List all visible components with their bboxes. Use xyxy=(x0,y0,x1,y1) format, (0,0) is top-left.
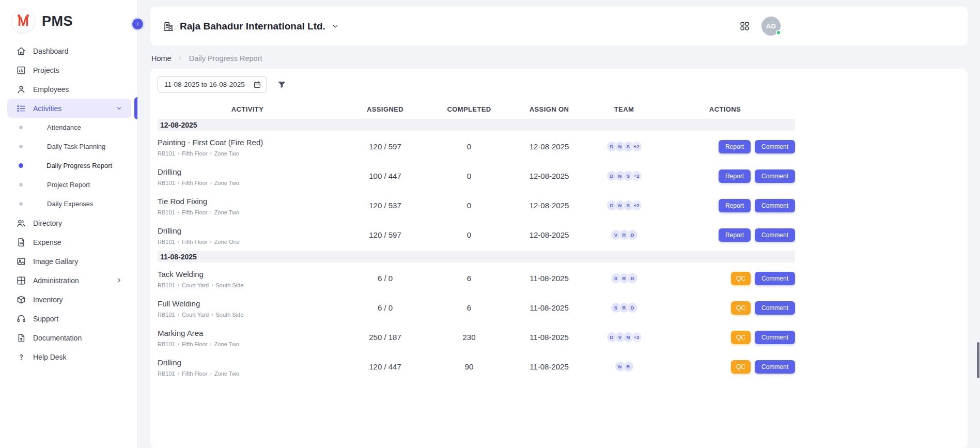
assign-on-cell: 11-08-2025 xyxy=(505,333,593,342)
sidebar-item-support[interactable]: Support xyxy=(7,309,131,328)
assigned-cell: 100 / 447 xyxy=(337,172,433,180)
chevron-right-icon xyxy=(115,276,123,284)
report-button[interactable]: Report xyxy=(719,199,751,212)
actions-cell: QCComment xyxy=(655,360,795,374)
sidebar-item-label: Image Gallary xyxy=(33,257,126,266)
page-scrollbar[interactable] xyxy=(977,0,979,448)
date-range-input[interactable] xyxy=(163,80,250,89)
qc-button[interactable]: QC xyxy=(731,272,751,285)
sidebar-item-daily-task-planning[interactable]: Daily Task Planning xyxy=(0,137,137,156)
assign-on-cell: 12-08-2025 xyxy=(505,230,593,239)
qc-button[interactable]: QC xyxy=(731,331,751,344)
actions-cell: ReportComment xyxy=(655,228,795,242)
report-button[interactable]: Report xyxy=(719,169,751,183)
completed-cell: 230 xyxy=(433,333,505,342)
comment-button[interactable]: Comment xyxy=(755,360,795,374)
company-selector[interactable]: Raja Bahadur International Ltd. xyxy=(163,21,339,32)
comment-button[interactable]: Comment xyxy=(755,301,795,315)
sidebar-item-dashboard[interactable]: Dashboard xyxy=(7,41,131,60)
team-cell: DNS+2 xyxy=(593,200,655,211)
qc-button[interactable]: QC xyxy=(731,360,751,374)
calendar-icon[interactable] xyxy=(253,81,261,89)
activity-cell: DrillingRB101›Fifth Floor›Zone One xyxy=(158,225,337,245)
group-date: 11-08-2025 xyxy=(160,253,197,261)
sidebar-item-directory[interactable]: Directory xyxy=(7,213,131,233)
assign-on-cell: 11-08-2025 xyxy=(505,303,593,312)
comment-button[interactable]: Comment xyxy=(755,140,795,153)
path-segment: Fifth Floor xyxy=(182,341,208,347)
assign-on-cell: 12-08-2025 xyxy=(505,201,593,210)
active-indicator xyxy=(134,97,137,119)
column-header: ASSIGN ON xyxy=(505,105,593,113)
path-segment: RB101 xyxy=(158,239,175,245)
sidebar-subitem-label: Daily Task Planning xyxy=(47,143,105,150)
report-button[interactable]: Report xyxy=(719,140,751,153)
scrollbar-thumb[interactable] xyxy=(977,342,979,378)
team-overflow-badge: +2 xyxy=(631,171,642,181)
sidebar-item-daily-progress-report[interactable]: Daily Progress Report xyxy=(0,156,137,175)
sidebar-item-administration[interactable]: Administration xyxy=(7,271,131,290)
path-segment: RB101 xyxy=(158,180,175,186)
employees-icon xyxy=(16,84,26,95)
sidebar-item-inventory[interactable]: Inventory xyxy=(7,290,131,309)
sidebar-collapse-button[interactable] xyxy=(131,17,145,31)
sidebar-item-label: Help Desk xyxy=(33,353,126,361)
activities-icon xyxy=(16,103,26,114)
sidebar-item-documentation[interactable]: Documentation xyxy=(7,328,131,347)
path-segment: Zone Two xyxy=(214,150,239,157)
apps-grid-icon[interactable] xyxy=(739,21,750,32)
sidebar-item-label: Dashboard xyxy=(33,47,126,55)
content-card: ACTIVITYASSIGNEDCOMPLETEDASSIGN ONTEAMAC… xyxy=(150,69,968,448)
path-segment: Court Yard xyxy=(182,312,209,318)
sidebar-item-image-gallary[interactable]: Image Gallary xyxy=(7,252,131,271)
expense-icon xyxy=(16,237,26,248)
sidebar-item-label: Documentation xyxy=(33,334,126,342)
comment-button[interactable]: Comment xyxy=(755,169,795,183)
column-header: ACTIONS xyxy=(655,105,795,113)
sidebar-item-help-desk[interactable]: Help Desk xyxy=(7,347,131,366)
actions-cell: QCComment xyxy=(655,301,795,315)
progress-table: ACTIVITYASSIGNEDCOMPLETEDASSIGN ONTEAMAC… xyxy=(158,100,795,381)
team-cell: SRD xyxy=(593,273,655,284)
column-header: ASSIGNED xyxy=(337,105,433,113)
breadcrumb-current: Daily Progress Report xyxy=(189,54,262,63)
comment-button[interactable]: Comment xyxy=(755,272,795,285)
sidebar-subitem-label: Daily Progress Report xyxy=(46,162,112,169)
report-button[interactable]: Report xyxy=(719,228,751,242)
table-row: DrillingRB101›Fifth Floor›Zone One120 / … xyxy=(158,220,795,250)
activity-path: RB101›Fifth Floor›Zone Two xyxy=(158,150,337,157)
activity-path: RB101›Fifth Floor›Zone Two xyxy=(158,341,337,347)
comment-button[interactable]: Comment xyxy=(755,199,795,212)
sidebar-item-project-report[interactable]: Project Report xyxy=(0,175,137,194)
activity-path: RB101›Fifth Floor›Zone One xyxy=(158,239,337,245)
user-avatar[interactable]: AD xyxy=(761,17,781,36)
breadcrumb: Home Daily Progress Report xyxy=(151,54,968,63)
sidebar-item-attendance[interactable]: Attendance xyxy=(0,118,137,137)
activity-path: RB101›Fifth Floor›Zone Two xyxy=(158,180,337,186)
pms-logo-icon: M xyxy=(11,9,35,33)
sidebar-item-activities[interactable]: Activities xyxy=(7,99,131,118)
actions-cell: ReportComment xyxy=(655,140,795,153)
chevron-right-icon: › xyxy=(178,180,179,186)
breadcrumb-home[interactable]: Home xyxy=(151,54,172,63)
sidebar-item-daily-expenses[interactable]: Daily Expenses xyxy=(0,194,137,213)
team-avatar: D xyxy=(627,273,638,284)
date-range-picker[interactable] xyxy=(158,76,267,93)
sidebar-item-expense[interactable]: Expense xyxy=(7,233,131,252)
comment-button[interactable]: Comment xyxy=(755,331,795,344)
sidebar-item-employees[interactable]: Employees xyxy=(7,80,131,99)
assign-on-cell: 11-08-2025 xyxy=(505,362,593,371)
assigned-cell: 250 / 187 xyxy=(337,333,433,342)
chevron-right-icon: › xyxy=(210,209,212,215)
assign-on-cell: 11-08-2025 xyxy=(505,274,593,283)
qc-button[interactable]: QC xyxy=(731,301,751,315)
comment-button[interactable]: Comment xyxy=(755,228,795,242)
path-segment: Zone Two xyxy=(214,209,239,215)
chevron-right-icon: › xyxy=(178,209,179,215)
path-segment: RB101 xyxy=(158,150,175,157)
sidebar-item-projects[interactable]: Projects xyxy=(7,60,131,80)
filter-icon[interactable] xyxy=(277,80,286,89)
table-row: DrillingRB101›Fifth Floor›Zone Two120 / … xyxy=(158,352,795,381)
bullet-icon xyxy=(19,126,23,129)
help-icon xyxy=(16,352,26,362)
